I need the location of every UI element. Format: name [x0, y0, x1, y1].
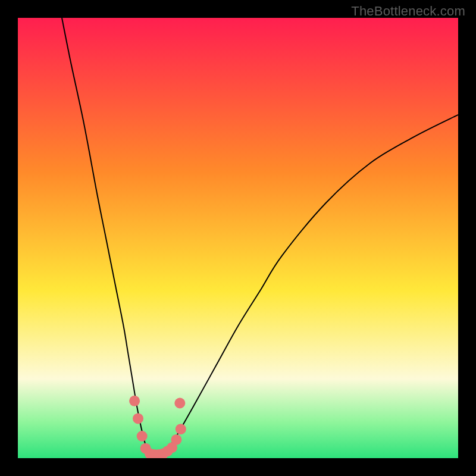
plot-area	[18, 18, 458, 458]
gradient-background	[18, 18, 458, 458]
marker-point	[137, 431, 148, 441]
marker-point	[129, 396, 140, 406]
chart-frame: TheBottleneck.com	[0, 0, 476, 476]
watermark-text: TheBottleneck.com	[351, 4, 465, 19]
marker-point	[133, 413, 143, 424]
chart-svg	[18, 18, 458, 458]
marker-point	[174, 398, 185, 409]
marker-point	[176, 424, 186, 434]
marker-point	[171, 434, 181, 445]
